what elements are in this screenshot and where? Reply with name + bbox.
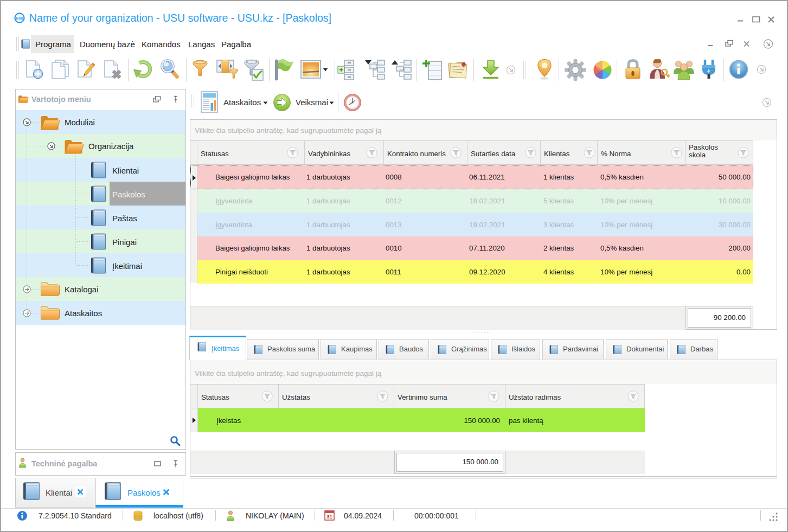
svg-text:usu: usu: [16, 16, 23, 21]
svg-text:31: 31: [326, 514, 332, 520]
